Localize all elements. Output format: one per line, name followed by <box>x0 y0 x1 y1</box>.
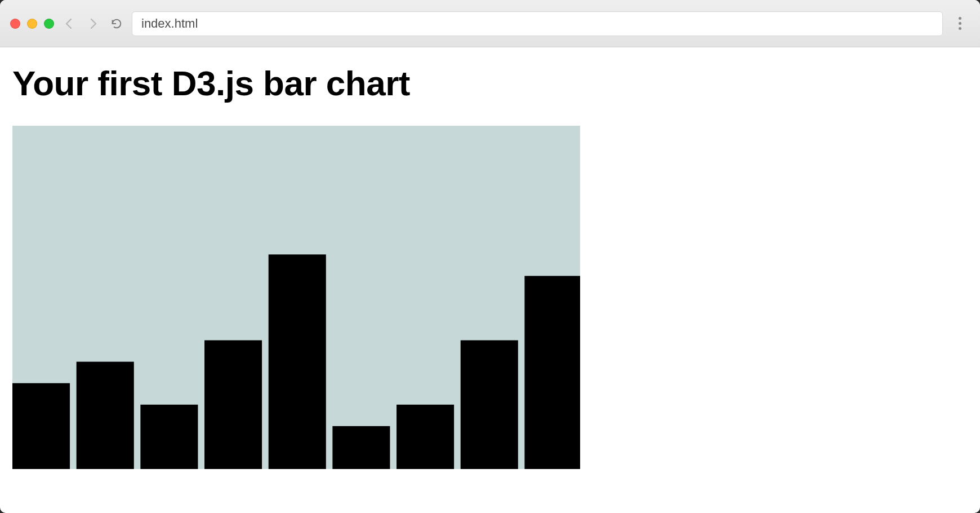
bar <box>397 405 454 469</box>
window-controls <box>10 19 54 29</box>
arrow-right-icon <box>86 17 100 30</box>
address-bar-text: index.html <box>141 16 198 31</box>
maximize-window-button[interactable] <box>44 19 54 29</box>
bar <box>461 340 518 469</box>
back-button[interactable] <box>61 15 78 32</box>
close-window-button[interactable] <box>10 19 20 29</box>
bar-chart-svg <box>12 126 580 469</box>
browser-window: index.html Your first D3.js bar chart <box>0 0 980 513</box>
bar <box>204 340 262 469</box>
reload-icon <box>110 17 123 30</box>
bar <box>77 362 134 469</box>
browser-titlebar: index.html <box>0 0 980 47</box>
forward-button[interactable] <box>84 15 101 32</box>
reload-button[interactable] <box>108 15 125 32</box>
bar <box>12 383 70 469</box>
arrow-left-icon <box>63 17 76 30</box>
page-content: Your first D3.js bar chart <box>0 47 980 485</box>
minimize-window-button[interactable] <box>27 19 37 29</box>
dots-icon <box>959 17 961 20</box>
bar <box>524 276 580 469</box>
browser-menu-button[interactable] <box>950 17 970 30</box>
bar <box>269 254 326 469</box>
bar <box>140 405 198 469</box>
bar <box>332 426 390 469</box>
bar-chart <box>12 126 580 469</box>
page-title: Your first D3.js bar chart <box>12 63 968 103</box>
address-bar[interactable]: index.html <box>132 11 943 36</box>
